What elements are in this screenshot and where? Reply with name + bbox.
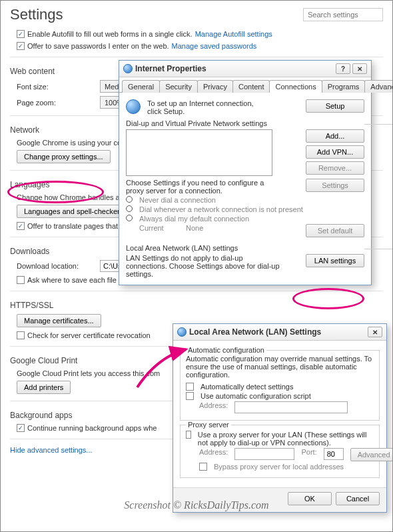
conn-settings-button[interactable]: Settings (306, 179, 364, 192)
lan-settings-dialog: Local Area Network (LAN) Settings ✕ Auto… (173, 323, 387, 513)
lan-heading: Local Area Network (LAN) settings (126, 244, 238, 252)
close-button[interactable]: ✕ (352, 63, 367, 74)
tab-programs[interactable]: Programs (322, 80, 366, 93)
page-title: Settings (10, 6, 63, 23)
auto-detect-label: Automatically detect settings (200, 383, 293, 391)
choose-desc: Choose Settings if you need to configure… (126, 179, 282, 195)
advanced-button[interactable]: Advanced (350, 448, 393, 461)
tab-advanced[interactable]: Advanced (364, 80, 393, 93)
search-input[interactable] (303, 8, 383, 21)
dialup-heading: Dial-up and Virtual Private Network sett… (126, 119, 267, 127)
auto-script-checkbox[interactable] (186, 392, 194, 400)
globe-icon (126, 99, 141, 114)
remove-button[interactable]: Remove... (306, 161, 364, 175)
globe-icon (123, 64, 133, 73)
ask-save-label: Ask where to save each file b (27, 276, 123, 284)
dial-when-radio[interactable] (126, 205, 133, 212)
network-desc: Google Chrome is using your co (17, 139, 121, 147)
tab-privacy[interactable]: Privacy (197, 80, 233, 93)
tab-general[interactable]: General (122, 80, 160, 93)
connections-listbox[interactable] (126, 129, 272, 176)
proxy-group: Proxy server Use a proxy server for your… (180, 425, 380, 478)
https-heading: HTTPS/SSL (10, 301, 383, 310)
setup-desc: To set up an Internet connection, click … (147, 99, 267, 115)
use-proxy-label: Use a proxy server for your LAN (These s… (198, 431, 374, 447)
zoom-label: Page zoom: (17, 99, 93, 107)
tab-strip: General Security Privacy Content Connect… (119, 79, 371, 93)
dial-when-label: Dial whenever a network connection is no… (139, 205, 303, 213)
check-revocation-label: Check for server certificate revocation (27, 331, 151, 339)
bg-label: Continue running background apps whe (27, 424, 157, 432)
bg-checkbox[interactable]: ✓ (17, 424, 25, 432)
proxy-address-input[interactable] (234, 448, 294, 460)
globe-icon (177, 327, 187, 337)
auto-script-label: Use automatic configuration script (200, 392, 311, 400)
auto-detect-checkbox[interactable] (186, 383, 194, 391)
fontsize-label: Font size: (17, 83, 93, 91)
tab-security[interactable]: Security (159, 80, 198, 93)
always-dial-label: Always dial my default connection (139, 215, 249, 223)
gcp-desc: Google Cloud Print lets you access this … (17, 369, 160, 377)
dialog-title: Local Area Network (LAN) Settings (189, 327, 321, 337)
setup-button[interactable]: Setup (306, 99, 364, 113)
manage-autofill-link[interactable]: Manage Autofill settings (195, 30, 272, 38)
auto-config-desc: Automatic configuration may override man… (186, 355, 374, 379)
add-printers-button[interactable]: Add printers (17, 381, 71, 394)
current-label: Current (139, 224, 179, 232)
dialog-title: Internet Properties (135, 64, 206, 73)
tab-content[interactable]: Content (232, 80, 270, 93)
internet-properties-dialog: Internet Properties ? ✕ General Security… (119, 60, 372, 285)
auto-config-heading: Automatic configuration (186, 346, 266, 354)
cancel-button[interactable]: Cancel (336, 492, 380, 505)
translate-checkbox[interactable]: ✓ (17, 222, 25, 230)
script-address-input[interactable] (234, 401, 348, 413)
languages-desc: Change how Chrome handles ar (17, 193, 122, 201)
check-revocation-checkbox[interactable] (17, 331, 25, 339)
proxy-address-label: Address: (199, 448, 228, 456)
port-label: Port: (301, 448, 316, 456)
tab-connections[interactable]: Connections (269, 80, 322, 93)
use-proxy-checkbox[interactable] (186, 431, 191, 439)
lan-settings-button[interactable]: LAN settings (306, 254, 364, 267)
translate-label: Offer to translate pages that (27, 222, 118, 230)
passwords-label: Offer to save passwords I enter on the w… (27, 42, 169, 50)
change-proxy-button[interactable]: Change proxy settings... (17, 150, 111, 163)
lan-desc: LAN Settings do not apply to dial-up con… (126, 254, 282, 278)
add-vpn-button[interactable]: Add VPN... (306, 145, 364, 159)
bypass-label: Bypass proxy server for local addresses (214, 463, 344, 471)
autofill-checkbox[interactable]: ✓ (17, 30, 25, 38)
always-dial-radio[interactable] (126, 215, 133, 221)
add-button[interactable]: Add... (306, 129, 364, 143)
download-location-label: Download location: (17, 262, 93, 270)
port-input[interactable] (324, 448, 344, 460)
close-button[interactable]: ✕ (368, 327, 382, 337)
auto-config-group: Automatic configuration Automatic config… (180, 350, 380, 421)
manage-passwords-link[interactable]: Manage saved passwords (172, 42, 257, 50)
proxy-heading: Proxy server (186, 421, 231, 429)
set-default-button[interactable]: Set default (306, 224, 364, 237)
address-label: Address: (199, 401, 228, 409)
languages-button[interactable]: Languages and spell-checker s (17, 205, 133, 218)
ok-button[interactable]: OK (288, 492, 332, 505)
bypass-checkbox[interactable] (199, 463, 207, 471)
help-button[interactable]: ? (336, 63, 350, 74)
ask-save-checkbox[interactable] (17, 276, 25, 284)
never-dial-radio[interactable] (126, 196, 133, 203)
autofill-label: Enable Autofill to fill out web forms in… (27, 30, 193, 38)
current-value: None (186, 224, 203, 232)
passwords-checkbox[interactable]: ✓ (17, 42, 25, 50)
never-dial-label: Never dial a connection (139, 196, 216, 204)
manage-certs-button[interactable]: Manage certificates... (17, 314, 101, 327)
